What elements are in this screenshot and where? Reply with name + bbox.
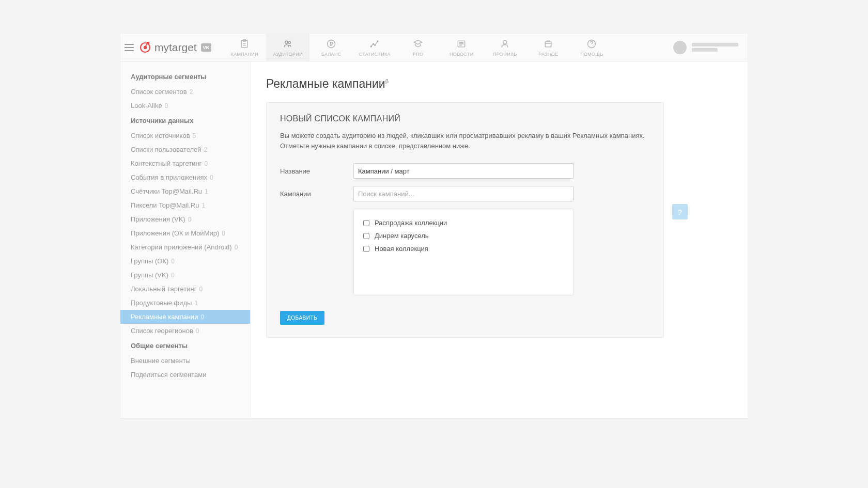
sidebar-item-label: Список георегионов [131, 327, 193, 335]
campaign-checkbox[interactable] [363, 220, 369, 226]
sidebar-item-ad-campaigns[interactable]: Рекламные кампании0 [120, 310, 250, 324]
campaign-list-item-label: Распродажа коллекции [375, 219, 447, 227]
sidebar-item-local-targeting[interactable]: Локальный таргетинг0 [120, 282, 250, 296]
audiences-icon [282, 38, 293, 50]
hamburger-icon [125, 44, 134, 51]
nav-misc[interactable]: РАЗНОЕ [526, 34, 570, 61]
svg-point-10 [371, 46, 372, 47]
sidebar-item-lookalike[interactable]: Look-Alike0 [120, 99, 250, 113]
beta-badge: β [385, 78, 389, 84]
nav-label: PRO [413, 52, 423, 57]
svg-point-12 [375, 44, 376, 45]
sidebar-item-count: 1 [205, 188, 208, 195]
campaigns-label: Кампании [280, 190, 353, 198]
nav-profile[interactable]: ПРОФИЛЬ [483, 34, 526, 61]
sidebar-item-apps-ok[interactable]: Приложения (ОК и МойМир)0 [120, 226, 250, 240]
name-input[interactable] [353, 163, 574, 179]
nav-statistics[interactable]: СТАТИСТИКА [353, 34, 396, 61]
campaign-search-input[interactable] [353, 186, 574, 201]
campaign-list-item[interactable]: Распродажа коллекции [363, 216, 564, 229]
campaign-checkbox[interactable] [363, 233, 369, 239]
sidebar-item-label: Группы (ОК) [131, 257, 168, 265]
sidebar-item-count: 2 [204, 146, 208, 153]
campaign-checkbox[interactable] [363, 246, 369, 252]
svg-point-9 [328, 40, 335, 48]
app-window: mytarget VK КАМПАНИИ АУДИТОРИИ БАЛАНС [120, 34, 748, 418]
sidebar-item-count: 0 [200, 313, 204, 321]
body: Аудиторные сегменты Список сегментов2 Lo… [120, 61, 748, 418]
sidebar-item-app-events[interactable]: События в приложениях0 [120, 170, 250, 184]
topbar: mytarget VK КАМПАНИИ АУДИТОРИИ БАЛАНС [120, 34, 748, 61]
sidebar-item-counters[interactable]: Счётчики Top@Mail.Ru1 [120, 184, 250, 198]
logo-text: mytarget [154, 41, 197, 54]
logo-mark-icon [139, 41, 151, 54]
nav-help[interactable]: ПОМОЩЬ [570, 34, 613, 61]
panel-title: НОВЫЙ СПИСОК КАМПАНИЙ [280, 114, 650, 123]
sidebar-item-external-segments[interactable]: Внешние сегменты [120, 354, 250, 368]
sidebar-item-count: 0 [165, 102, 168, 109]
nav-pro[interactable]: PRO [396, 34, 440, 61]
svg-rect-0 [125, 44, 134, 45]
sidebar-item-count: 0 [199, 286, 203, 293]
sidebar-item-label: Приложения (ОК и МойМир) [131, 229, 219, 237]
user-name-placeholder [692, 43, 738, 52]
sidebar-item-count: 2 [190, 88, 193, 96]
panel-description: Вы можете создать аудиторию из людей, кл… [280, 131, 650, 151]
sidebar-item-count: 1 [194, 300, 198, 307]
campaign-list-item[interactable]: Динрем карусель [363, 229, 564, 242]
nav-label: АУДИТОРИИ [273, 52, 303, 57]
sidebar-item-label: Локальный таргетинг [131, 285, 196, 293]
sidebar-item-groups-ok[interactable]: Группы (ОК)0 [120, 254, 250, 268]
misc-icon [542, 38, 554, 50]
user-block[interactable] [673, 41, 748, 54]
nav-balance[interactable]: БАЛАНС [309, 34, 353, 61]
sidebar-item-label: Look-Alike [131, 102, 162, 109]
sidebar-item-segment-list[interactable]: Список сегментов2 [120, 85, 250, 99]
sidebar-item-apps-vk[interactable]: Приложения (VK)0 [120, 212, 250, 226]
sidebar-item-count: 0 [235, 244, 238, 251]
sidebar-item-label: Приложения (VK) [131, 215, 185, 223]
svg-point-7 [285, 41, 288, 43]
nav-label: КАМПАНИИ [231, 52, 258, 57]
sidebar-item-label: Счётчики Top@Mail.Ru [131, 187, 202, 195]
sidebar-item-pixels[interactable]: Пиксели Top@Mail.Ru1 [120, 198, 250, 212]
sidebar-item-user-lists[interactable]: Списки пользователей2 [120, 143, 250, 156]
menu-toggle[interactable] [120, 34, 138, 61]
sidebar-item-label: Продуктовые фиды [131, 299, 192, 307]
top-nav: КАМПАНИИ АУДИТОРИИ БАЛАНС СТАТИСТИКА [223, 34, 613, 61]
nav-label: СТАТИСТИКА [359, 52, 391, 57]
sidebar-item-count: 0 [171, 272, 175, 279]
sidebar-item-label: События в приложениях [131, 174, 207, 181]
sidebar-heading-data-sources: Источники данных [120, 113, 250, 129]
logo[interactable]: mytarget VK [138, 34, 216, 61]
statistics-icon [369, 38, 380, 50]
sidebar-item-share-segments[interactable]: Поделиться сегментами [120, 368, 250, 382]
nav-label: РАЗНОЕ [538, 52, 558, 57]
sidebar-item-label: Контекстный таргетинг [131, 160, 202, 167]
sidebar-item-product-feeds[interactable]: Продуктовые фиды1 [120, 296, 250, 310]
campaign-list-item-label: Новая коллекция [375, 245, 428, 253]
sidebar-heading-audience-segments: Аудиторные сегменты [120, 69, 250, 85]
svg-point-8 [288, 41, 290, 43]
help-fab[interactable]: ? [672, 204, 688, 219]
svg-rect-16 [545, 41, 551, 46]
name-label: Название [280, 167, 353, 175]
pro-icon [412, 38, 424, 50]
sidebar-item-groups-vk[interactable]: Группы (VK)0 [120, 268, 250, 282]
nav-audiences[interactable]: АУДИТОРИИ [266, 34, 309, 61]
nav-news[interactable]: НОВОСТИ [440, 34, 483, 61]
nav-label: ПРОФИЛЬ [493, 52, 517, 57]
sidebar-item-app-categories[interactable]: Категории приложений (Android)0 [120, 240, 250, 254]
campaign-list-item[interactable]: Новая коллекция [363, 242, 564, 255]
sidebar-item-count: 0 [204, 160, 208, 167]
sidebar-item-label: Группы (VK) [131, 271, 168, 279]
balance-icon [326, 38, 337, 50]
sidebar-item-source-list[interactable]: Список источников5 [120, 129, 250, 143]
add-button[interactable]: ДОБАВИТЬ [280, 311, 324, 325]
page-title: Рекламные кампанииβ [266, 77, 732, 91]
sidebar-item-context-targeting[interactable]: Контекстный таргетинг0 [120, 156, 250, 170]
sidebar-item-label: Внешние сегменты [131, 357, 191, 365]
nav-campaigns[interactable]: КАМПАНИИ [223, 34, 266, 61]
sidebar-item-georegions[interactable]: Список георегионов0 [120, 324, 250, 338]
sidebar-item-count: 1 [202, 202, 205, 209]
